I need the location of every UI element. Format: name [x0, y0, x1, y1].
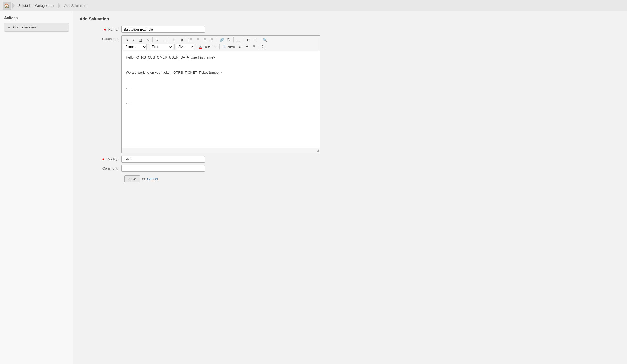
action-row: Save or Cancel	[124, 175, 621, 182]
toolbar-sep-6	[243, 37, 243, 42]
toolbar-sep-3	[186, 37, 186, 42]
toolbar-sep-4	[217, 37, 217, 42]
toolbar-sep-7	[260, 37, 260, 42]
comment-label: Comment:	[79, 166, 121, 170]
toolbar-sep-1	[152, 37, 153, 42]
go-to-overview-button[interactable]: ◄ Go to overview	[4, 23, 69, 32]
go-to-overview-label: Go to overview	[13, 25, 36, 29]
omega-button[interactable]: Ω	[237, 44, 243, 50]
find-button[interactable]: 🔍	[261, 37, 268, 43]
strikethrough-button[interactable]: S	[144, 37, 151, 43]
close-quote-button[interactable]: ❞	[251, 44, 258, 50]
toolbar-sep-11	[219, 44, 220, 49]
ordered-list-button[interactable]: ≡	[154, 37, 161, 43]
breadcrumb-add-salutation: Add Salutation	[61, 3, 89, 9]
validity-row: ★ Validity:	[79, 156, 621, 163]
editor-line-4	[126, 77, 316, 83]
source-button[interactable]: 📄 Source	[221, 44, 236, 50]
toolbar-sep-2	[169, 37, 169, 42]
editor-toolbar: B I U S ≡ ⋯ ⇤ ⇥ ☰ ☰ ☰ ☰	[122, 36, 320, 51]
outdent-button[interactable]: ⇤	[171, 37, 178, 43]
justify-button[interactable]: ☰	[209, 37, 215, 43]
align-left-button[interactable]: ☰	[187, 37, 194, 43]
toolbar-sep-12	[259, 44, 259, 49]
italic-button[interactable]: I	[130, 37, 137, 43]
breadcrumb-salutation-management[interactable]: Salutation Management	[16, 3, 57, 9]
breadcrumb-separator-2	[58, 3, 60, 9]
unordered-list-button[interactable]: ⋯	[161, 37, 168, 43]
name-row: ★ Name:	[79, 26, 621, 33]
comment-row: Comment:	[79, 165, 621, 172]
text-color-button[interactable]: A	[197, 44, 204, 50]
font-select[interactable]: Font Arial Times New Roman	[150, 44, 173, 50]
toolbar-row-2: Format Paragraph Heading 1 Heading 2 Fon…	[123, 44, 318, 50]
toolbar-sep-5	[233, 37, 234, 42]
or-label: or	[142, 177, 145, 181]
horizontal-rule-button[interactable]: ⎯	[235, 37, 242, 43]
cancel-link[interactable]: Cancel	[147, 177, 158, 181]
comment-input[interactable]	[121, 165, 205, 172]
editor-body[interactable]: Hello <OTRS_CUSTOMER_USER_DATA_UserFirst…	[122, 51, 320, 148]
name-required-star: ★	[103, 27, 106, 31]
undo-button[interactable]: ↩	[245, 37, 252, 43]
fullscreen-button[interactable]: ⛶	[260, 44, 267, 50]
link-button[interactable]: 🔗	[218, 37, 225, 43]
name-label: ★ Name:	[79, 27, 121, 31]
sidebar: Actions ◄ Go to overview	[0, 11, 73, 364]
editor-line-5: . . .	[126, 85, 316, 90]
salutation-label: Salutation:	[79, 35, 121, 41]
resize-handle[interactable]: ◢	[122, 148, 320, 153]
toolbar-sep-10	[196, 44, 196, 49]
validity-input[interactable]	[121, 156, 205, 163]
toolbar-sep-8	[148, 44, 148, 49]
unlink-button[interactable]: ⛏	[225, 37, 232, 43]
format-select[interactable]: Format Paragraph Heading 1 Heading 2	[123, 44, 147, 50]
save-button[interactable]: Save	[124, 175, 140, 182]
validity-label: ★ Validity:	[79, 157, 121, 161]
editor-line-2	[126, 62, 316, 68]
page-layout: Actions ◄ Go to overview Add Salutation …	[0, 11, 627, 364]
bg-color-button[interactable]: A▼	[204, 44, 211, 50]
toolbar-sep-9	[174, 44, 175, 49]
bold-button[interactable]: B	[123, 37, 130, 43]
clear-format-button[interactable]: Tx	[211, 44, 218, 50]
breadcrumb-separator-1	[12, 3, 15, 9]
sidebar-title: Actions	[4, 16, 69, 20]
name-input[interactable]	[121, 26, 205, 33]
align-center-button[interactable]: ☰	[195, 37, 201, 43]
toolbar-row-1: B I U S ≡ ⋯ ⇤ ⇥ ☰ ☰ ☰ ☰	[123, 37, 318, 43]
editor-line-6	[126, 93, 316, 98]
editor-line-1: Hello <OTRS_CUSTOMER_USER_DATA_UserFirst…	[126, 55, 316, 60]
align-right-button[interactable]: ☰	[202, 37, 208, 43]
validity-required-star: ★	[102, 157, 105, 161]
home-icon[interactable]: 🏠	[3, 2, 11, 10]
arrow-left-icon: ◄	[8, 26, 10, 29]
salutation-row: Salutation: B I U S ≡ ⋯ ⇤ ⇥	[79, 35, 621, 153]
editor-line-3: We are working on your ticket <OTRS_TICK…	[126, 70, 316, 76]
breadcrumb: 🏠 Salutation Management Add Salutation	[0, 0, 627, 11]
source-label: Source	[226, 45, 235, 48]
size-select[interactable]: Size 8 10 12 14 16	[176, 44, 194, 50]
open-quote-button[interactable]: ❝	[244, 44, 250, 50]
page-title: Add Salutation	[79, 17, 621, 21]
main-content: Add Salutation ★ Name: Salutation: B I U…	[73, 11, 627, 364]
underline-button[interactable]: U	[137, 37, 144, 43]
indent-button[interactable]: ⇥	[178, 37, 185, 43]
editor-line-7: . . .	[126, 100, 316, 106]
redo-button[interactable]: ↪	[252, 37, 259, 43]
editor-container: B I U S ≡ ⋯ ⇤ ⇥ ☰ ☰ ☰ ☰	[121, 35, 320, 153]
